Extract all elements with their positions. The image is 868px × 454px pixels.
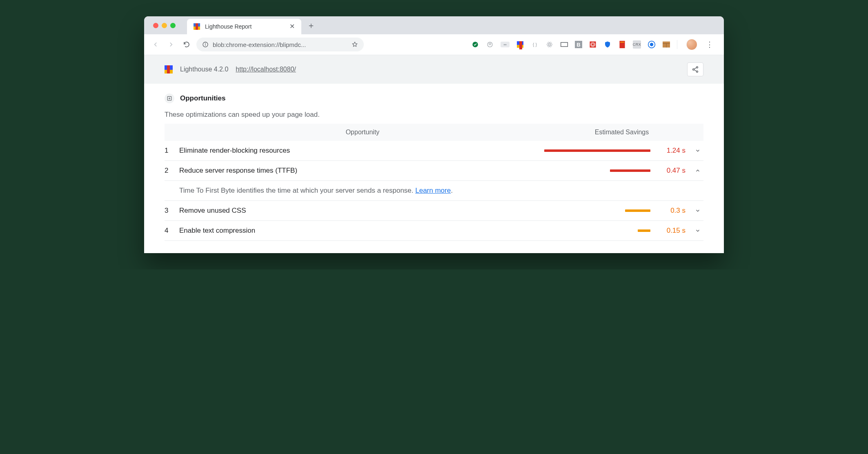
back-button[interactable] <box>150 39 161 50</box>
opportunity-row[interactable]: 3 Remove unused CSS 0.3 s <box>165 201 703 221</box>
browser-menu-button[interactable]: ⋮ <box>703 40 716 49</box>
opportunity-name: Eliminate render-blocking resources <box>179 147 538 155</box>
lighthouse-favicon-icon <box>194 23 200 30</box>
svg-point-2 <box>205 43 206 44</box>
tab-title: Lighthouse Report <box>205 23 285 30</box>
savings-bar-wrap <box>544 229 650 232</box>
opportunity-name: Reduce server response times (TTFB) <box>179 167 538 175</box>
opportunity-name: Enable text compression <box>179 227 538 235</box>
maximize-window-button[interactable] <box>170 23 176 28</box>
extension-icon[interactable] <box>618 40 626 49</box>
browser-window: Lighthouse Report ✕ ＋ blob:chrome-extens… <box>144 16 724 253</box>
extension-icon[interactable] <box>603 40 612 49</box>
extension-icon[interactable] <box>516 40 524 49</box>
svg-point-17 <box>650 43 653 46</box>
extension-icon[interactable] <box>648 40 656 49</box>
new-tab-button[interactable]: ＋ <box>307 20 315 31</box>
lighthouse-version: Lighthouse 4.2.0 <box>180 66 228 73</box>
savings-time: 0.47 s <box>657 167 685 175</box>
section-subtitle: These optimizations can speed up your pa… <box>165 111 703 119</box>
close-window-button[interactable] <box>153 23 158 28</box>
opportunity-row[interactable]: 1 Eliminate render-blocking resources 1.… <box>165 141 703 161</box>
lighthouse-logo-icon <box>165 65 173 73</box>
extension-icon[interactable]: •• <box>501 42 510 47</box>
star-icon[interactable] <box>352 41 358 48</box>
opportunity-name: Remove unused CSS <box>179 207 538 215</box>
report-header: Lighthouse 4.2.0 http://localhost:8080/ <box>144 55 724 84</box>
extension-icon[interactable]: B <box>575 41 582 48</box>
reload-button[interactable] <box>181 39 192 50</box>
svg-point-7 <box>547 43 552 46</box>
close-tab-button[interactable]: ✕ <box>289 23 295 30</box>
browser-toolbar: blob:chrome-extension://blipmdc... •• { … <box>144 34 724 55</box>
opportunities-list: 1 Eliminate render-blocking resources 1.… <box>165 141 703 241</box>
column-opportunity: Opportunity <box>165 129 540 136</box>
svg-point-22 <box>693 69 694 70</box>
savings-bar <box>638 229 650 232</box>
separator <box>677 40 677 49</box>
savings-bar <box>625 209 650 212</box>
svg-point-6 <box>549 44 550 45</box>
svg-line-25 <box>694 70 697 71</box>
extension-icon[interactable]: { } <box>531 40 539 49</box>
opportunity-index: 4 <box>165 227 173 235</box>
extension-icon[interactable] <box>662 40 670 49</box>
report-content: Opportunities These optimizations can sp… <box>144 84 724 253</box>
chevron-up-icon[interactable] <box>692 168 703 174</box>
column-savings: Estimated Savings <box>540 129 703 136</box>
savings-bar-wrap <box>544 149 650 152</box>
extension-icon[interactable] <box>486 40 494 49</box>
chevron-down-icon[interactable] <box>692 148 703 154</box>
svg-point-21 <box>697 67 698 68</box>
extension-icon[interactable] <box>589 40 597 49</box>
profile-avatar[interactable] <box>686 39 697 50</box>
savings-bar <box>544 149 650 152</box>
share-button[interactable] <box>687 62 703 76</box>
browser-tab[interactable]: Lighthouse Report ✕ <box>187 19 301 34</box>
opportunities-icon <box>165 93 174 103</box>
forward-button[interactable] <box>165 39 177 50</box>
opportunity-detail: Time To First Byte identifies the time a… <box>165 181 703 201</box>
extension-icon[interactable] <box>471 40 479 49</box>
url-text: blob:chrome-extension://blipmdc... <box>213 41 347 48</box>
section-title: Opportunities <box>180 94 225 102</box>
window-controls <box>149 23 180 28</box>
chevron-down-icon[interactable] <box>692 228 703 234</box>
savings-time: 1.24 s <box>657 147 685 155</box>
savings-bar-wrap <box>544 209 650 212</box>
svg-line-24 <box>694 68 697 69</box>
minimize-window-button[interactable] <box>162 23 167 28</box>
section-header: Opportunities <box>165 93 703 103</box>
opportunity-row[interactable]: 4 Enable text compression 0.15 s <box>165 221 703 241</box>
svg-point-23 <box>697 71 698 72</box>
tab-strip: Lighthouse Report ✕ ＋ <box>144 16 724 34</box>
opportunity-index: 3 <box>165 207 173 215</box>
svg-rect-10 <box>561 42 568 47</box>
extension-icon[interactable] <box>560 40 568 49</box>
savings-time: 0.15 s <box>657 227 685 235</box>
savings-time: 0.3 s <box>657 207 685 215</box>
chevron-down-icon[interactable] <box>692 208 703 214</box>
opportunity-index: 1 <box>165 147 173 155</box>
extensions-row: •• { } B CRX ⋮ <box>471 39 718 50</box>
opportunity-index: 2 <box>165 167 173 175</box>
extension-icon[interactable]: CRX <box>633 40 641 49</box>
extension-icon[interactable] <box>545 40 554 49</box>
savings-bar-wrap <box>544 169 650 172</box>
svg-point-5 <box>489 43 491 45</box>
tested-url-link[interactable]: http://localhost:8080/ <box>236 66 296 73</box>
address-bar[interactable]: blob:chrome-extension://blipmdc... <box>196 38 364 51</box>
savings-bar <box>610 169 650 172</box>
info-icon <box>202 41 209 48</box>
share-icon <box>692 66 699 73</box>
table-header: Opportunity Estimated Savings <box>165 124 703 141</box>
svg-rect-15 <box>620 42 624 42</box>
learn-more-link[interactable]: Learn more <box>415 187 451 194</box>
opportunity-row[interactable]: 2 Reduce server response times (TTFB) 0.… <box>165 161 703 181</box>
